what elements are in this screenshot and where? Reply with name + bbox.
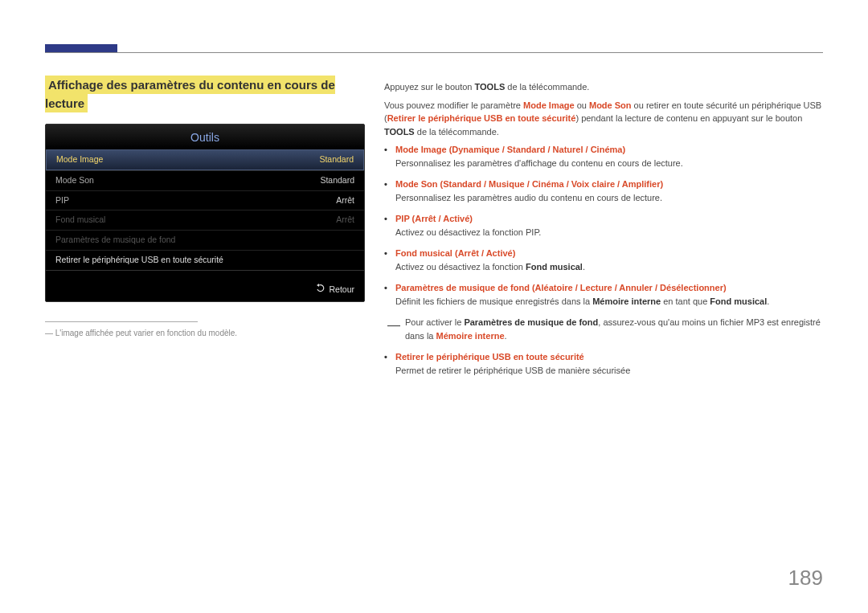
outils-title: Outils: [46, 125, 364, 149]
outils-value: Standard: [319, 153, 354, 166]
outils-value: Arrêt: [336, 214, 354, 227]
outils-panel: Outils Mode Image Standard Mode Son Stan…: [45, 124, 365, 302]
outils-value: Standard: [320, 174, 354, 187]
outils-row-retirer-usb: Retirer le périphérique USB en toute séc…: [46, 250, 364, 270]
outils-row-pip: PIP Arrêt: [46, 190, 364, 210]
left-column: Affichage des paramètres du contenu en c…: [45, 76, 366, 339]
bullet-pip: PIP (Arrêt / Activé) Activez ou désactiv…: [384, 212, 825, 239]
outils-label: Paramètres de musique de fond: [55, 234, 175, 247]
outils-row-parametres-musique: Paramètres de musique de fond: [46, 230, 364, 250]
right-column: Appuyez sur le bouton TOOLS de la téléco…: [384, 80, 825, 385]
section-title: Affichage des paramètres du contenu en c…: [45, 76, 335, 112]
outils-row-mode-son: Mode Son Standard: [46, 170, 364, 190]
para-1: Appuyez sur le bouton TOOLS de la téléco…: [384, 80, 825, 94]
outils-label: PIP: [55, 194, 69, 207]
section-title-wrap: Affichage des paramètres du contenu en c…: [45, 76, 366, 112]
outils-row-mode-image: Mode Image Standard: [46, 149, 364, 170]
outils-label: Mode Image: [56, 153, 103, 166]
page-number: 189: [788, 562, 823, 594]
outils-value: Arrêt: [336, 194, 354, 207]
outils-label: Mode Son: [55, 174, 94, 187]
accent-bar: [45, 44, 117, 52]
outils-row-fond-musical: Fond musical Arrêt: [46, 210, 364, 230]
outils-label: Retirer le périphérique USB en toute séc…: [55, 254, 223, 267]
top-rule: [45, 52, 823, 53]
bullet-list-2: Retirer le périphérique USB en toute séc…: [384, 350, 825, 377]
outils-footer: Retour: [46, 270, 364, 302]
outils-label: Fond musical: [55, 214, 105, 227]
footnote-text: L'image affichée peut varier en fonction…: [55, 329, 237, 337]
note: Pour activer le Paramètres de musique de…: [384, 316, 825, 342]
footnote-rule: [45, 321, 198, 322]
bullet-mode-son: Mode Son (Standard / Musique / Cinéma / …: [384, 178, 825, 204]
bullet-parametres-musique: Paramètres de musique de fond (Aléatoire…: [384, 281, 825, 308]
outils-footer-label: Retour: [329, 284, 354, 294]
bullet-fond-musical: Fond musical (Arrêt / Activé) Activez ou…: [384, 247, 825, 273]
footnote-dash: ―: [45, 329, 53, 337]
para-2: Vous pouvez modifier le paramètre Mode I…: [384, 99, 825, 139]
bullet-retirer-usb: Retirer le périphérique USB en toute séc…: [384, 350, 825, 377]
return-icon: [316, 284, 326, 297]
bullet-mode-image: Mode Image (Dynamique / Standard / Natur…: [384, 143, 825, 170]
footnote: ― L'image affichée peut varier en foncti…: [45, 327, 366, 339]
bullet-list: Mode Image (Dynamique / Standard / Natur…: [384, 143, 825, 308]
